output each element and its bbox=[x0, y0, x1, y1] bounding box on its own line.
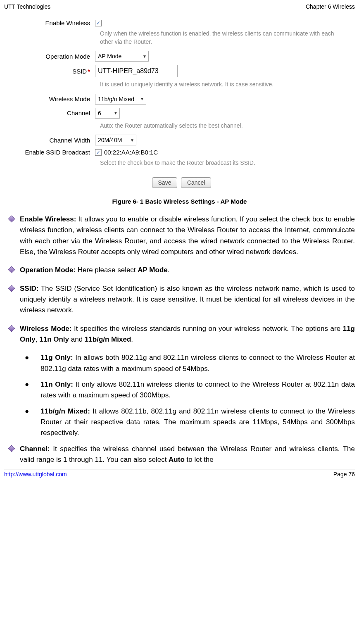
save-button[interactable]: Save bbox=[152, 177, 178, 188]
page-number: Page 76 bbox=[333, 471, 355, 478]
desc-11bgn-mixed: ● 11b/g/n Mixed: It allows 802.11b, 802.… bbox=[25, 406, 355, 439]
dot-bullet-icon: ● bbox=[25, 379, 29, 401]
ssid-broadcast-label: Enable SSID Broadcast bbox=[8, 149, 95, 156]
dot-bullet-icon: ● bbox=[25, 406, 29, 439]
enable-wireless-checkbox[interactable]: ✓ bbox=[95, 20, 102, 26]
chevron-down-icon: ▼ bbox=[140, 97, 144, 101]
ssid-input[interactable]: UTT-HIPER_a89d73 bbox=[95, 65, 178, 77]
mac-address: 00:22:AA:A9:B0:1C bbox=[104, 149, 158, 156]
wireless-mode-select[interactable]: 11b/g/n Mixed ▼ bbox=[95, 94, 146, 105]
cancel-button[interactable]: Cancel bbox=[181, 177, 212, 188]
desc-11n-only: ● 11n Only: It only allows 802.11n wirel… bbox=[25, 379, 355, 401]
header-left: UTT Technologies bbox=[4, 3, 50, 10]
operation-mode-label: Operation Mode bbox=[8, 53, 95, 60]
ssid-broadcast-help: Select the check box to make the Router … bbox=[100, 159, 355, 167]
desc-enable-wireless: Enable Wireless: It allows you to enable… bbox=[9, 214, 355, 257]
header-right: Chapter 6 Wireless bbox=[306, 3, 355, 10]
desc-operation-mode: Operation Mode: Here please select AP Mo… bbox=[9, 265, 355, 276]
page-footer: http://www.uttglobal.com Page 76 bbox=[4, 470, 355, 478]
figure-caption: Figure 6- 1 Basic Wireless Settings - AP… bbox=[4, 198, 355, 205]
desc-channel: Channel: It specifies the wireless chann… bbox=[9, 444, 355, 466]
chevron-down-icon: ▼ bbox=[130, 138, 134, 143]
channel-width-label: Channel Width bbox=[8, 137, 95, 144]
desc-ssid: SSID: The SSID (Service Set Identificati… bbox=[9, 283, 355, 316]
operation-mode-select[interactable]: AP Mode ▼ bbox=[95, 51, 149, 62]
channel-help: Auto: the Router automatically selects t… bbox=[100, 122, 355, 130]
dot-bullet-icon: ● bbox=[25, 352, 29, 374]
footer-link[interactable]: http://www.uttglobal.com bbox=[4, 471, 67, 478]
diamond-bullet-icon bbox=[8, 266, 15, 273]
channel-select[interactable]: 6 ▼ bbox=[95, 108, 120, 119]
diamond-bullet-icon bbox=[8, 445, 15, 452]
wireless-mode-label: Wireless Mode bbox=[8, 95, 95, 102]
diamond-bullet-icon bbox=[8, 325, 15, 332]
wireless-settings-panel: Enable Wireless ✓ Only when the wireless… bbox=[8, 19, 355, 188]
enable-wireless-label: Enable Wireless bbox=[8, 19, 95, 26]
channel-width-select[interactable]: 20M/40M ▼ bbox=[95, 135, 136, 145]
ssid-label: SSID* bbox=[8, 68, 95, 75]
page-header: UTT Technologies Chapter 6 Wireless bbox=[4, 3, 355, 11]
ssid-broadcast-checkbox[interactable]: ✓ bbox=[95, 149, 102, 156]
chevron-down-icon: ▼ bbox=[143, 54, 147, 59]
diamond-bullet-icon bbox=[8, 285, 15, 292]
desc-11g-only: ● 11g Only: In allows both 802.11g and 8… bbox=[25, 352, 355, 374]
ssid-help: It is used to uniquely identify a wirele… bbox=[100, 81, 355, 89]
chevron-down-icon: ▼ bbox=[114, 111, 118, 115]
desc-wireless-mode: Wireless Mode: It specifies the wireless… bbox=[9, 323, 355, 345]
diamond-bullet-icon bbox=[8, 215, 15, 222]
channel-label: Channel bbox=[8, 109, 95, 116]
enable-wireless-help: Only when the wireless function is enabl… bbox=[100, 30, 355, 46]
